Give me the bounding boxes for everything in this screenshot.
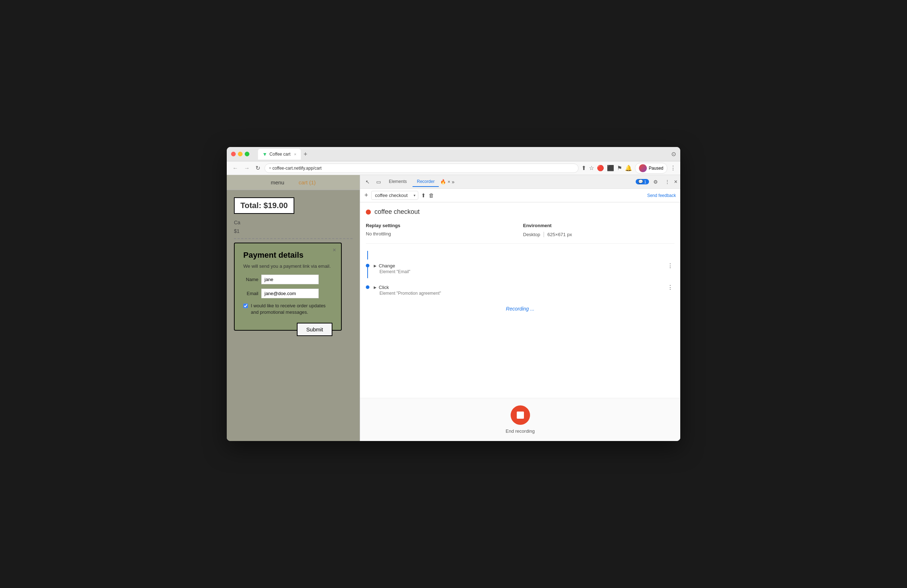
modal-title: Payment details (243, 250, 332, 260)
bookmark-icon[interactable]: ☆ (589, 165, 594, 171)
more-options-icon[interactable]: ⋮ (670, 165, 676, 171)
more-tabs-button[interactable]: » (452, 179, 455, 185)
name-input[interactable] (261, 275, 319, 284)
recorder-beta-icon: 🔥 (440, 179, 446, 184)
toolbar-icons: ⬆ ☆ 🔴 ⬛ ⚑ 🔔 Paused ⋮ (582, 163, 676, 174)
refresh-button[interactable]: ↻ (254, 164, 261, 172)
step-detail-1: Element "Email" (374, 269, 675, 274)
extension-icon-3[interactable]: ⚑ (617, 165, 622, 171)
step-expand-icon-1[interactable]: ▶ (374, 264, 377, 268)
tab-recorder[interactable]: Recorder (413, 177, 439, 187)
recorder-toolbar: + coffee checkout ▾ ⬆ 🗑 Send feedback (360, 189, 680, 202)
menu-nav-item[interactable]: menu (271, 179, 284, 186)
environment-heading: Environment (523, 223, 675, 228)
inspect-element-icon[interactable]: ↖ (363, 177, 372, 186)
end-recording-button[interactable] (511, 405, 530, 425)
stop-icon (517, 412, 524, 419)
end-recording-area: End recording (360, 398, 680, 441)
promotion-checkbox[interactable] (243, 303, 248, 308)
chat-badge[interactable]: 💬 1 (636, 179, 649, 184)
devtools-tabs: ↖ ▭ Elements Recorder 🔥 × » 💬 1 ⚙ ⋮ × (360, 175, 680, 189)
tab-title: Coffee cart (269, 152, 290, 157)
step-body-2: ▶ Click ⋮ Element "Promotion agreement" (374, 284, 675, 296)
traffic-lights (231, 152, 249, 156)
divider (234, 238, 353, 239)
url-bar[interactable]: ▾ coffee-cart.netlify.app/cart (264, 163, 578, 173)
delete-recording-icon[interactable]: 🗑 (429, 192, 434, 199)
share-icon[interactable]: ⬆ (582, 165, 586, 171)
page-nav: menu cart (1) (227, 175, 360, 190)
maximize-button[interactable] (245, 152, 249, 156)
step-dot-1 (366, 264, 369, 268)
cart-nav-item[interactable]: cart (1) (299, 179, 316, 186)
export-recording-icon[interactable]: ⬆ (421, 192, 426, 199)
settings-icon[interactable]: ⊙ (671, 151, 676, 157)
env-separator: | (543, 231, 545, 237)
cart-item-label: Ca (234, 219, 240, 225)
env-size: 625×671 px (547, 232, 572, 237)
device-toolbar-icon[interactable]: ▭ (374, 177, 383, 186)
throttling-value: No throttling (366, 231, 518, 237)
email-field-row: Email (243, 288, 332, 298)
modal-subtitle: We will send you a payment link via emai… (243, 263, 332, 269)
extension-icon-1[interactable]: 🔴 (597, 165, 604, 171)
name-field-row: Name (243, 275, 332, 284)
step-body-1: ▶ Change ⋮ Element "Email" (374, 263, 675, 274)
steps-list: ▶ Change ⋮ Element "Email" (366, 251, 675, 392)
tab-close-icon[interactable]: × (294, 152, 296, 156)
step-detail-2: Element "Promotion agreement" (374, 291, 675, 296)
cart-price-label: $1 (234, 228, 240, 234)
devtools-settings-icon[interactable]: ⚙ (651, 177, 660, 186)
modal-close-button[interactable]: × (333, 247, 336, 253)
step-action-1: Change (379, 263, 395, 269)
checkbox-label: I would like to receive order updates an… (251, 303, 332, 316)
step-more-button-2[interactable]: ⋮ (666, 284, 675, 291)
browser-tab[interactable]: ▼ Coffee cart × (258, 149, 301, 160)
step-more-button-1[interactable]: ⋮ (666, 263, 675, 269)
back-button[interactable]: ← (231, 164, 240, 172)
replay-settings-grid: Replay settings Environment No throttlin… (366, 223, 675, 244)
email-label: Email (243, 291, 258, 296)
end-recording-label: End recording (506, 428, 535, 434)
email-input[interactable] (261, 288, 319, 298)
recording-status: Recording ... (366, 299, 675, 319)
step-item-change: ▶ Change ⋮ Element "Email" (366, 260, 675, 281)
extension-icon-4[interactable]: 🔔 (625, 165, 632, 171)
payment-modal: × Payment details We will send you a pay… (234, 243, 342, 331)
recording-select-wrapper: coffee checkout ▾ (371, 191, 418, 200)
recording-name: coffee checkout (375, 208, 420, 216)
step-header-2: ▶ Click ⋮ (374, 284, 675, 291)
tab-favicon: ▼ (262, 151, 268, 157)
step-connector-top (367, 251, 368, 260)
step-expand-icon-2[interactable]: ▶ (374, 285, 377, 289)
step-dot-area-1 (366, 263, 369, 278)
tabs-right: 💬 1 ⚙ ⋮ × (636, 177, 677, 186)
forward-button[interactable]: → (242, 164, 251, 172)
total-box: Total: $19.00 (234, 197, 294, 214)
close-button[interactable] (231, 152, 236, 156)
paused-button[interactable]: Paused (635, 163, 667, 174)
recorder-close-icon[interactable]: × (447, 179, 450, 184)
tab-elements[interactable]: Elements (385, 177, 411, 187)
close-devtools-button[interactable]: × (674, 179, 677, 185)
send-feedback-link[interactable]: Send feedback (647, 193, 676, 198)
extension-icon-2[interactable]: ⬛ (607, 165, 614, 171)
page-body: Total: $19.00 Ca $1 × Payment details We… (227, 190, 360, 338)
step-dot-2 (366, 285, 369, 289)
add-recording-button[interactable]: + (364, 192, 369, 199)
env-value: Desktop (523, 232, 540, 237)
minimize-button[interactable] (238, 152, 242, 156)
devtools-panel: ↖ ▭ Elements Recorder 🔥 × » 💬 1 ⚙ ⋮ × (360, 175, 680, 441)
submit-button[interactable]: Submit (297, 323, 332, 336)
devtools-more-icon[interactable]: ⋮ (663, 177, 672, 186)
step-dot-area-2 (366, 284, 369, 289)
devtools-content: coffee checkout Replay settings Environm… (360, 202, 680, 398)
page-content: menu cart (1) Total: $19.00 Ca $1 × (227, 175, 360, 441)
recording-title: coffee checkout (366, 208, 675, 216)
chat-count: 1 (644, 180, 646, 184)
recording-select[interactable]: coffee checkout (371, 191, 418, 200)
recording-dot (366, 210, 371, 215)
new-tab-button[interactable]: + (302, 149, 309, 159)
user-avatar (639, 164, 647, 172)
name-label: Name (243, 277, 258, 282)
